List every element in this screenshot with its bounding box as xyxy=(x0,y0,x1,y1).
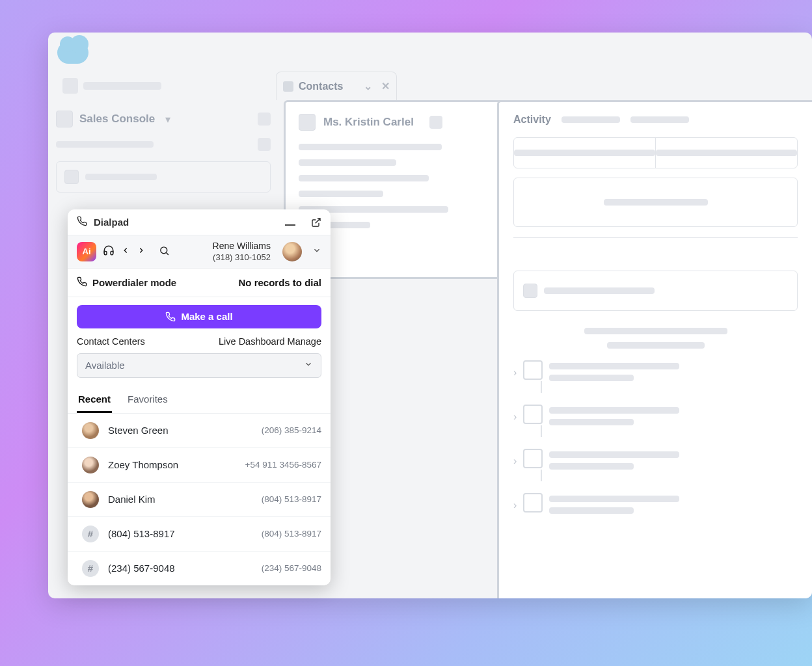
placeholder-box xyxy=(56,161,271,193)
nav-back-icon[interactable] xyxy=(121,246,130,257)
sf-home-icon xyxy=(62,78,78,94)
nav-forward-icon[interactable] xyxy=(137,246,146,257)
contact-icon xyxy=(299,114,316,131)
widget-header: Dialpad xyxy=(68,209,331,235)
avatar[interactable] xyxy=(282,242,302,261)
activity-title: Activity xyxy=(513,114,551,126)
chevron-down-icon: ▾ xyxy=(165,113,170,126)
contact-number: +54 911 3456-8567 xyxy=(245,460,322,470)
chevron-right-icon[interactable]: › xyxy=(513,500,517,511)
timeline-type-icon xyxy=(523,493,543,513)
list-item[interactable]: Daniel Kim(804) 513-8917 xyxy=(68,483,331,517)
app-icon xyxy=(56,111,73,127)
placeholder-bar xyxy=(562,116,620,123)
hash-icon: # xyxy=(82,526,99,542)
make-call-button[interactable]: Make a call xyxy=(77,305,321,328)
powerdialer-label: Powerdialer mode xyxy=(92,277,176,288)
placeholder-box xyxy=(513,178,798,227)
popout-icon[interactable] xyxy=(311,217,321,228)
contact-number: (804) 513-8917 xyxy=(262,494,321,504)
placeholder-lines xyxy=(513,328,798,349)
placeholder-lines xyxy=(299,144,525,228)
contact-name: (234) 567-9048 xyxy=(108,563,175,574)
timeline-type-icon xyxy=(523,405,543,424)
hash-icon: # xyxy=(82,560,99,577)
placeholder-icon xyxy=(64,170,79,184)
status-select-value: Available xyxy=(85,360,125,371)
widget-toolbar: Ai Rene Williams (318) 310-1052 xyxy=(68,235,331,269)
contact-centers-row: Contact Centers Live Dashboard Manage xyxy=(68,334,331,353)
activity-panel: Activity › › xyxy=(497,100,812,598)
activity-tabs xyxy=(513,137,798,168)
dialpad-logo-icon[interactable]: Ai xyxy=(77,242,96,261)
contact-name: Daniel Kim xyxy=(108,494,156,505)
timeline-type-icon xyxy=(523,360,543,380)
list-item[interactable]: #(234) 567-9048(234) 567-9048 xyxy=(68,552,331,585)
avatar xyxy=(82,457,99,473)
app-picker[interactable]: Sales Console ▾ xyxy=(56,111,271,127)
powerdialer-status: No records to dial xyxy=(238,277,321,288)
chevron-right-icon[interactable]: › xyxy=(513,455,517,467)
dialpad-widget: Dialpad Ai Rene Williams (318) 310-1052 xyxy=(68,209,331,585)
placeholder-bar xyxy=(83,82,161,90)
contact-number: (804) 513-8917 xyxy=(262,529,321,539)
chevron-down-icon xyxy=(304,360,313,371)
avatar xyxy=(82,422,99,439)
list-item[interactable]: #(804) 513-8917(804) 513-8917 xyxy=(68,517,331,552)
tab-recent[interactable]: Recent xyxy=(77,387,112,413)
contact-number: (234) 567-9048 xyxy=(262,563,321,573)
chevron-down-icon[interactable] xyxy=(312,246,321,257)
make-call-label: Make a call xyxy=(181,311,232,322)
search-icon[interactable] xyxy=(159,245,170,258)
placeholder-chip xyxy=(429,116,442,129)
list-item[interactable]: Zoey Thompson+54 911 3456-8567 xyxy=(68,448,331,483)
contact-centers-label: Contact Centers xyxy=(77,336,145,347)
placeholder-bar xyxy=(630,116,689,123)
contacts-tab-icon xyxy=(283,81,293,92)
status-select[interactable]: Available xyxy=(77,353,321,378)
chevron-right-icon[interactable]: › xyxy=(513,411,517,423)
contact-name: (804) 513-8917 xyxy=(108,528,175,539)
user-name: Rene Williams xyxy=(213,241,271,252)
chevron-right-icon[interactable]: › xyxy=(513,367,517,379)
chevron-down-icon[interactable]: ⌄ xyxy=(364,80,372,92)
widget-title: Dialpad xyxy=(94,217,129,228)
close-icon[interactable]: ✕ xyxy=(381,80,390,92)
phone-icon xyxy=(77,216,87,228)
list-item[interactable]: Steven Green(206) 385-9214 xyxy=(68,414,331,448)
placeholder-bar xyxy=(56,141,154,148)
user-phone: (318) 310-1052 xyxy=(213,252,271,263)
recent-list: Steven Green(206) 385-9214Zoey Thompson+… xyxy=(68,414,331,585)
placeholder-icon xyxy=(523,284,537,298)
timeline-item: › xyxy=(513,360,798,381)
tab-favorites[interactable]: Favorites xyxy=(126,387,169,413)
user-block: Rene Williams (318) 310-1052 xyxy=(213,241,271,263)
contact-number: (206) 385-9214 xyxy=(262,425,321,435)
placeholder-chip xyxy=(258,138,271,151)
sf-left-column: Sales Console ▾ xyxy=(56,111,271,193)
timeline-item: › xyxy=(513,405,798,425)
placeholder-bar xyxy=(85,174,157,180)
svg-line-0 xyxy=(316,219,320,223)
app-name: Sales Console xyxy=(79,113,155,126)
live-dashboard-link[interactable]: Live Dashboard Manage xyxy=(219,336,321,347)
divider xyxy=(513,237,798,238)
list-tabs: Recent Favorites xyxy=(68,387,331,414)
placeholder-chip xyxy=(258,113,271,126)
timeline-item: › xyxy=(513,449,798,470)
powerdialer-bar: Powerdialer mode No records to dial xyxy=(68,269,331,297)
tab-contacts[interactable]: Contacts ⌄ ✕ xyxy=(276,72,397,100)
contact-name: Steven Green xyxy=(108,425,169,436)
tab-label: Contacts xyxy=(299,81,343,92)
svg-line-2 xyxy=(167,253,169,255)
minimize-icon[interactable] xyxy=(285,224,295,226)
contact-name: Zoey Thompson xyxy=(108,459,178,470)
timeline-item: › xyxy=(513,493,798,514)
salesforce-logo-icon xyxy=(57,42,88,64)
placeholder-box xyxy=(513,271,798,311)
record-title: Ms. Kristin Carlel xyxy=(323,116,414,129)
phone-icon xyxy=(77,276,87,289)
svg-point-1 xyxy=(161,247,167,254)
headphones-icon[interactable] xyxy=(103,245,115,258)
avatar xyxy=(82,491,99,508)
